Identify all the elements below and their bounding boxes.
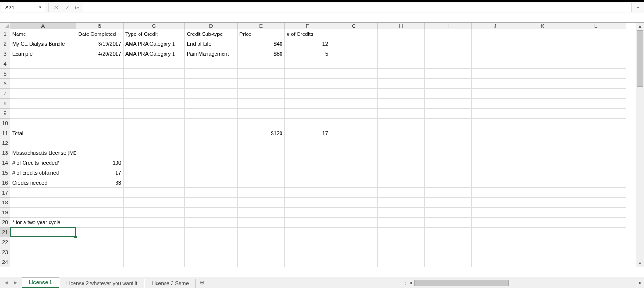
cell-A6[interactable] xyxy=(10,79,76,89)
cell-E4[interactable] xyxy=(238,59,285,69)
scroll-up-button[interactable]: ▲ xyxy=(636,23,644,30)
cell-I4[interactable] xyxy=(425,59,472,69)
cell-D2[interactable]: End of Life xyxy=(185,39,238,49)
cell-B1[interactable]: Date Completed xyxy=(76,29,124,39)
cell-F17[interactable] xyxy=(285,188,330,198)
cell-A18[interactable] xyxy=(10,198,76,208)
cell-C14[interactable] xyxy=(124,158,185,168)
cell-G8[interactable] xyxy=(330,99,378,109)
cells-area[interactable]: NameDate CompletedType of CreditCredit S… xyxy=(10,29,644,267)
cell-C23[interactable] xyxy=(124,247,185,257)
cell-C5[interactable] xyxy=(124,69,185,79)
cell-L18[interactable] xyxy=(566,198,626,208)
cell-E3[interactable]: $80 xyxy=(238,49,285,59)
cell-J1[interactable] xyxy=(472,29,519,39)
cell-L15[interactable] xyxy=(566,168,626,178)
cell-K6[interactable] xyxy=(519,79,566,89)
cell-F6[interactable] xyxy=(285,79,330,89)
cell-H15[interactable] xyxy=(378,168,425,178)
cell-E9[interactable] xyxy=(238,109,285,119)
cell-D20[interactable] xyxy=(185,218,238,228)
cell-G20[interactable] xyxy=(330,218,378,228)
cell-H2[interactable] xyxy=(378,39,425,49)
cell-A24[interactable] xyxy=(10,257,76,267)
cell-H23[interactable] xyxy=(378,247,425,257)
cell-D4[interactable] xyxy=(185,59,238,69)
cell-C9[interactable] xyxy=(124,109,185,119)
column-header-L[interactable]: L xyxy=(566,23,626,29)
cell-H5[interactable] xyxy=(378,69,425,79)
cell-F2[interactable]: 12 xyxy=(285,39,330,49)
cell-A3[interactable]: Example xyxy=(10,49,76,59)
cell-F23[interactable] xyxy=(285,247,330,257)
cell-E10[interactable] xyxy=(238,119,285,128)
cell-K3[interactable] xyxy=(519,49,566,59)
cell-K7[interactable] xyxy=(519,89,566,99)
cell-F19[interactable] xyxy=(285,208,330,218)
cell-L4[interactable] xyxy=(566,59,626,69)
cell-K14[interactable] xyxy=(519,158,566,168)
cell-J7[interactable] xyxy=(472,89,519,99)
row-header-23[interactable]: 23 xyxy=(0,247,10,257)
cell-K13[interactable] xyxy=(519,148,566,158)
cell-J16[interactable] xyxy=(472,178,519,188)
cell-H17[interactable] xyxy=(378,188,425,198)
row-header-15[interactable]: 15 xyxy=(0,168,10,178)
cell-I23[interactable] xyxy=(425,247,472,257)
cell-J12[interactable] xyxy=(472,138,519,148)
cell-H4[interactable] xyxy=(378,59,425,69)
cell-F7[interactable] xyxy=(285,89,330,99)
cell-G24[interactable] xyxy=(330,257,378,267)
row-header-17[interactable]: 17 xyxy=(0,188,10,198)
cell-G23[interactable] xyxy=(330,247,378,257)
cell-L14[interactable] xyxy=(566,158,626,168)
cell-L2[interactable] xyxy=(566,39,626,49)
cell-C4[interactable] xyxy=(124,59,185,69)
cell-D10[interactable] xyxy=(185,119,238,128)
column-header-B[interactable]: B xyxy=(76,23,124,29)
cell-H20[interactable] xyxy=(378,218,425,228)
cell-F3[interactable]: 5 xyxy=(285,49,330,59)
cell-F13[interactable] xyxy=(285,148,330,158)
scroll-track[interactable] xyxy=(636,30,644,260)
cell-A1[interactable]: Name xyxy=(10,29,76,39)
cell-I9[interactable] xyxy=(425,109,472,119)
row-header-14[interactable]: 14 xyxy=(0,158,10,168)
cell-C16[interactable] xyxy=(124,178,185,188)
cell-D17[interactable] xyxy=(185,188,238,198)
cell-E18[interactable] xyxy=(238,198,285,208)
cell-I5[interactable] xyxy=(425,69,472,79)
cell-G10[interactable] xyxy=(330,119,378,128)
cell-J23[interactable] xyxy=(472,247,519,257)
cell-H14[interactable] xyxy=(378,158,425,168)
row-header-9[interactable]: 9 xyxy=(0,109,10,119)
row-header-22[interactable]: 22 xyxy=(0,237,10,247)
cell-I18[interactable] xyxy=(425,198,472,208)
row-header-4[interactable]: 4 xyxy=(0,59,10,69)
cell-C11[interactable] xyxy=(124,128,185,138)
cell-L5[interactable] xyxy=(566,69,626,79)
cell-G12[interactable] xyxy=(330,138,378,148)
cell-L20[interactable] xyxy=(566,218,626,228)
cell-A19[interactable] xyxy=(10,208,76,218)
cell-A16[interactable]: Credits needed xyxy=(10,178,76,188)
row-header-1[interactable]: 1 xyxy=(0,29,10,39)
cell-F15[interactable] xyxy=(285,168,330,178)
cell-H11[interactable] xyxy=(378,128,425,138)
cell-E22[interactable] xyxy=(238,237,285,247)
cell-L3[interactable] xyxy=(566,49,626,59)
cell-K8[interactable] xyxy=(519,99,566,109)
cell-H19[interactable] xyxy=(378,208,425,218)
cell-D11[interactable] xyxy=(185,128,238,138)
cell-J20[interactable] xyxy=(472,218,519,228)
row-header-21[interactable]: 21 xyxy=(0,228,10,237)
row-header-7[interactable]: 7 xyxy=(0,89,10,99)
cell-L9[interactable] xyxy=(566,109,626,119)
cell-B21[interactable] xyxy=(76,228,124,237)
cell-F4[interactable] xyxy=(285,59,330,69)
cell-D19[interactable] xyxy=(185,208,238,218)
cell-K2[interactable] xyxy=(519,39,566,49)
cell-K22[interactable] xyxy=(519,237,566,247)
cell-J21[interactable] xyxy=(472,228,519,237)
cell-B18[interactable] xyxy=(76,198,124,208)
